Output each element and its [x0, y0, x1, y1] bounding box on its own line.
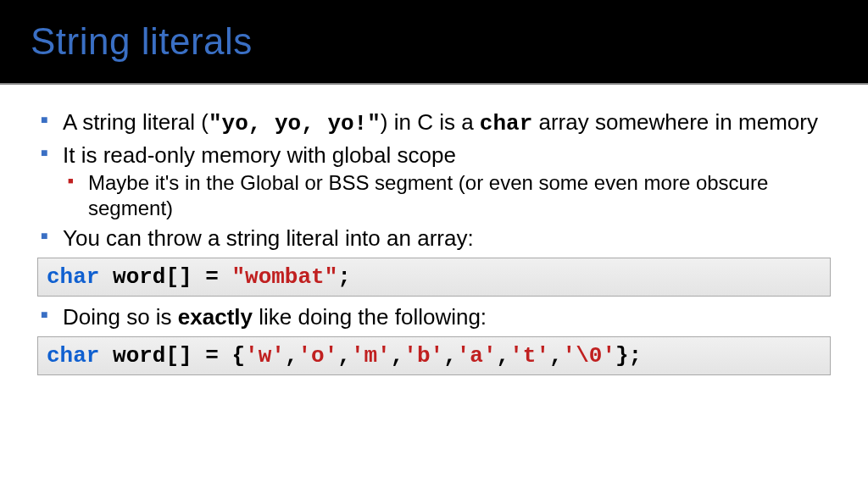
bullet-2: It is read-only memory with global scope…	[37, 141, 831, 222]
code2-s1: ,	[337, 343, 351, 369]
code2-s3: ,	[443, 343, 457, 369]
code2-s2: ,	[391, 343, 404, 369]
code2-s4: ,	[497, 343, 510, 369]
code2-keyword: char	[47, 343, 99, 369]
code2-c1: 'o'	[298, 343, 337, 369]
code2-decl: word[] = {	[99, 343, 245, 369]
bullet-3: You can throw a string literal into an a…	[37, 225, 831, 252]
bullet-4: Doing so is exactly like doing the follo…	[37, 303, 831, 331]
slide-title: String literals	[31, 20, 837, 63]
bullet-1: A string literal ("yo, yo, yo!") in C is…	[37, 108, 831, 138]
bullet-2-sub-1: Maybe it's in the Global or BSS segment …	[63, 170, 831, 221]
bullet-1-code: "yo, yo, yo!"	[209, 111, 381, 136]
bullet-4-bold: exactly	[178, 304, 253, 330]
slide-header: String literals	[0, 0, 868, 85]
code1-end: ;	[337, 264, 351, 290]
code1-decl: word[] =	[99, 264, 231, 290]
code2-s5: ,	[549, 343, 563, 369]
bullet-3-text: You can throw a string literal into an a…	[63, 225, 474, 251]
code2-end: };	[615, 343, 642, 369]
bullet-2-sub-1-text: Maybe it's in the Global or BSS segment …	[88, 171, 768, 219]
code1-keyword: char	[47, 264, 99, 290]
code2-c0: 'w'	[245, 343, 285, 369]
code-block-1: char word[] = "wombat";	[37, 258, 831, 297]
bullet-2-text: It is read-only memory with global scope	[63, 142, 456, 168]
code1-string: "wombat"	[231, 264, 337, 290]
bullet-2-sublist: Maybe it's in the Global or BSS segment …	[63, 170, 831, 221]
code2-c5: 't'	[509, 343, 549, 369]
bullet-1-text-pre: A string literal (	[63, 109, 209, 135]
slide-body: A string literal ("yo, yo, yo!") in C is…	[0, 85, 868, 375]
bullet-4-post: like doing the following:	[253, 304, 487, 330]
code2-c4: 'a'	[457, 343, 497, 369]
bullet-1-text-mid: ) in C is a	[381, 109, 480, 135]
code2-c2: 'm'	[351, 343, 391, 369]
bullet-list: A string literal ("yo, yo, yo!") in C is…	[37, 108, 831, 252]
code2-s0: ,	[285, 343, 298, 369]
code2-c3: 'b'	[403, 343, 443, 369]
code2-c6: '\0'	[563, 343, 615, 369]
bullet-1-text-post: array somewhere in memory	[532, 109, 818, 135]
bullet-1-char: char	[480, 111, 532, 136]
code-block-2: char word[] = {'w','o','m','b','a','t','…	[37, 336, 831, 376]
bullet-list-2: Doing so is exactly like doing the follo…	[37, 303, 831, 331]
bullet-4-pre: Doing so is	[63, 304, 178, 330]
